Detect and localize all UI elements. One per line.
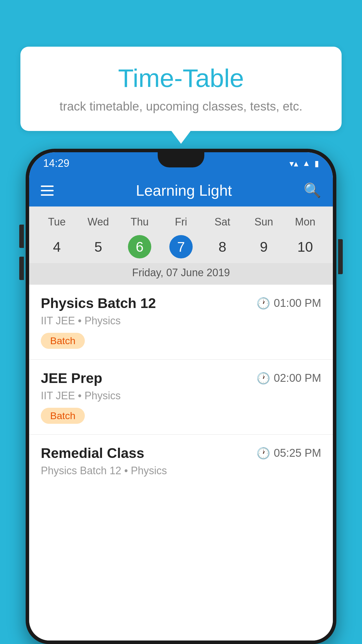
schedule-title-2: Remedial Class <box>41 445 144 461</box>
volume-up-button[interactable] <box>19 225 24 248</box>
speech-bubble-card: Time-Table track timetable, upcoming cla… <box>20 47 342 131</box>
day-name-4: Sat <box>202 214 243 230</box>
schedule-item-header-0: Physics Batch 12 🕐 01:00 PM <box>41 295 321 311</box>
status-icons: ▾▴ ▲ ▮ <box>289 158 319 169</box>
schedule-time-0: 🕐 01:00 PM <box>256 297 321 310</box>
schedule-item-0[interactable]: Physics Batch 12 🕐 01:00 PM IIT JEE • Ph… <box>29 285 333 360</box>
schedule-title-1: JEE Prep <box>41 370 102 386</box>
batch-badge-0: Batch <box>41 333 85 349</box>
hamburger-menu-button[interactable] <box>41 186 54 196</box>
phone-content: 14:29 ▾▴ ▲ ▮ Learning Light 🔍 <box>29 152 333 640</box>
day-numbers-row: 4 5 6 7 8 9 10 <box>36 235 326 258</box>
day-9[interactable]: 9 <box>243 235 284 258</box>
phone-screen: 14:29 ▾▴ ▲ ▮ Learning Light 🔍 <box>29 152 333 640</box>
day-4[interactable]: 4 <box>36 235 78 258</box>
schedule-item-2[interactable]: Remedial Class 🕐 05:25 PM Physics Batch … <box>29 435 333 493</box>
calendar-header: Tue Wed Thu Fri Sat Sun Mon 4 5 6 7 8 9 … <box>29 206 333 263</box>
schedule-item-1[interactable]: JEE Prep 🕐 02:00 PM IIT JEE • Physics Ba… <box>29 360 333 435</box>
schedule-time-text-2: 05:25 PM <box>274 447 321 459</box>
day-5[interactable]: 5 <box>78 235 119 258</box>
day-name-0: Tue <box>36 214 78 230</box>
volume-down-button[interactable] <box>19 257 24 280</box>
schedule-list: Physics Batch 12 🕐 01:00 PM IIT JEE • Ph… <box>29 285 333 640</box>
wifi-icon: ▾▴ <box>289 158 298 169</box>
app-title: Learning Light <box>64 182 304 199</box>
schedule-meta-0: IIT JEE • Physics <box>41 315 321 327</box>
clock-icon-2: 🕐 <box>256 447 270 460</box>
day-10[interactable]: 10 <box>284 235 326 258</box>
schedule-item-header-1: JEE Prep 🕐 02:00 PM <box>41 370 321 386</box>
phone-notch <box>158 152 204 167</box>
app-bar: Learning Light 🔍 <box>29 174 333 206</box>
day-names-row: Tue Wed Thu Fri Sat Sun Mon <box>36 214 326 230</box>
schedule-meta-2: Physics Batch 12 • Physics <box>41 465 321 477</box>
day-name-2: Thu <box>119 214 160 230</box>
schedule-time-1: 🕐 02:00 PM <box>256 372 321 385</box>
bubble-subtitle: track timetable, upcoming classes, tests… <box>32 99 330 113</box>
selected-date-label: Friday, 07 June 2019 <box>29 263 333 285</box>
schedule-time-text-1: 02:00 PM <box>274 372 321 384</box>
bubble-title: Time-Table <box>32 64 330 92</box>
schedule-title-0: Physics Batch 12 <box>41 295 156 311</box>
phone-shell: 14:29 ▾▴ ▲ ▮ Learning Light 🔍 <box>26 149 336 644</box>
schedule-time-text-0: 01:00 PM <box>274 297 321 309</box>
day-name-6: Mon <box>284 214 326 230</box>
clock-icon-1: 🕐 <box>256 372 270 385</box>
schedule-item-header-2: Remedial Class 🕐 05:25 PM <box>41 445 321 461</box>
batch-badge-1: Batch <box>41 408 85 424</box>
signal-icon: ▲ <box>302 159 310 168</box>
day-name-3: Fri <box>160 214 202 230</box>
power-button[interactable] <box>338 239 343 274</box>
day-name-5: Sun <box>243 214 284 230</box>
day-8[interactable]: 8 <box>202 235 243 258</box>
day-6-today[interactable]: 6 <box>128 235 151 258</box>
day-name-1: Wed <box>78 214 119 230</box>
day-7-selected[interactable]: 7 <box>169 235 193 258</box>
status-time: 14:29 <box>43 157 69 169</box>
schedule-meta-1: IIT JEE • Physics <box>41 390 321 402</box>
search-button[interactable]: 🔍 <box>304 182 321 199</box>
battery-icon: ▮ <box>314 159 319 168</box>
schedule-time-2: 🕐 05:25 PM <box>256 447 321 460</box>
clock-icon-0: 🕐 <box>256 297 270 310</box>
